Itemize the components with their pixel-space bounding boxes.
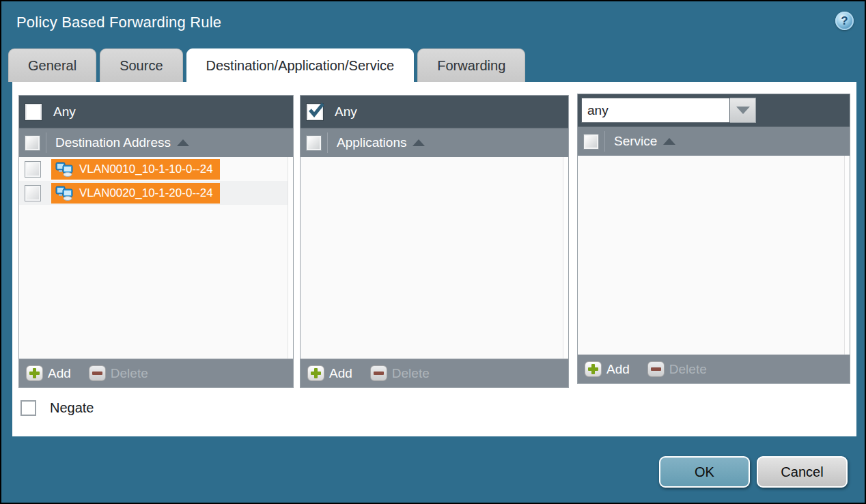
sort-ascending-icon[interactable] [413, 139, 425, 146]
negate-row: Negate [20, 400, 94, 416]
header-divider [46, 132, 46, 153]
applications-column-header[interactable]: Applications [301, 128, 568, 157]
service-dropdown-value[interactable]: any [581, 98, 730, 123]
plus-icon [307, 365, 324, 381]
policy-based-forwarding-rule-dialog: Policy Based Forwarding Rule ? General S… [0, 0, 866, 504]
applications-select-all-checkbox[interactable] [307, 136, 321, 150]
destination-address-value: VLAN0010_10-1-10-0--24 [79, 163, 213, 176]
scrollbar-track[interactable] [288, 157, 293, 359]
destination-column-label: Destination Address [55, 135, 171, 150]
tab-general[interactable]: General [8, 48, 96, 82]
service-select-all-checkbox[interactable] [584, 135, 598, 149]
destination-any-label: Any [53, 104, 76, 120]
applications-column-label: Applications [337, 135, 406, 150]
table-row: VLAN0020_10-1-20-0--24 [19, 181, 293, 205]
tab-destination-application-service[interactable]: Destination/Application/Service [186, 48, 415, 82]
minus-icon [89, 365, 106, 381]
sort-ascending-icon[interactable] [177, 139, 189, 146]
service-column-header[interactable]: Service [578, 126, 850, 156]
network-address-icon [55, 162, 74, 177]
destination-address-chip[interactable]: VLAN0010_10-1-10-0--24 [51, 159, 220, 180]
destination-address-chip[interactable]: VLAN0020_10-1-20-0--24 [51, 183, 220, 204]
add-button[interactable]: Add [26, 365, 71, 381]
service-panel: any Service Add Delete [577, 94, 850, 384]
sort-ascending-icon[interactable] [663, 138, 675, 145]
cancel-button[interactable]: Cancel [757, 456, 848, 488]
network-address-icon [55, 186, 74, 201]
add-button[interactable]: Add [307, 365, 352, 381]
destination-list: VLAN0010_10-1-10-0--24 [19, 157, 293, 359]
delete-button[interactable]: Delete [89, 365, 148, 381]
service-column-label: Service [614, 134, 657, 149]
help-icon[interactable]: ? [835, 12, 854, 30]
applications-list [301, 157, 568, 359]
applications-any-bar: Any [301, 96, 568, 128]
minus-icon [647, 361, 665, 377]
destination-column-header[interactable]: Destination Address [19, 128, 293, 157]
scrollbar-track[interactable] [563, 157, 568, 359]
header-divider [604, 131, 605, 152]
destination-address-panel: Any Destination Address [18, 95, 294, 388]
applications-any-label: Any [335, 104, 357, 120]
delete-button[interactable]: Delete [647, 361, 707, 377]
service-dropdown[interactable]: any [581, 98, 756, 123]
row-checkbox[interactable] [25, 162, 40, 177]
destination-footer: Add Delete [19, 359, 293, 387]
row-checkbox[interactable] [25, 186, 40, 201]
plus-icon [585, 361, 602, 377]
plus-icon [26, 365, 43, 381]
scrollbar-track[interactable] [844, 156, 850, 354]
dialog-title: Policy Based Forwarding Rule [16, 14, 221, 31]
negate-checkbox[interactable] [20, 400, 36, 416]
service-footer: Add Delete [578, 354, 850, 383]
negate-label: Negate [50, 400, 94, 416]
header-divider [327, 132, 328, 153]
tab-forwarding[interactable]: Forwarding [417, 48, 525, 82]
applications-panel: Any Applications Add Delete [300, 95, 569, 388]
tab-content: Any Destination Address [12, 82, 856, 436]
minus-icon [370, 365, 387, 381]
destination-address-value: VLAN0020_10-1-20-0--24 [79, 186, 213, 200]
destination-any-bar: Any [19, 96, 293, 128]
applications-any-checkbox[interactable] [307, 104, 323, 120]
ok-button[interactable]: OK [659, 456, 750, 488]
chevron-down-icon[interactable] [730, 98, 756, 123]
table-row: VLAN0010_10-1-10-0--24 [19, 157, 293, 181]
destination-any-checkbox[interactable] [25, 104, 42, 120]
tab-source[interactable]: Source [100, 48, 182, 82]
applications-footer: Add Delete [301, 359, 568, 387]
tab-bar: General Source Destination/Application/S… [8, 48, 529, 82]
service-dropdown-bar: any [578, 94, 850, 126]
add-button[interactable]: Add [585, 361, 630, 377]
delete-button[interactable]: Delete [370, 365, 430, 381]
service-list [578, 156, 850, 354]
destination-select-all-checkbox[interactable] [25, 136, 40, 150]
